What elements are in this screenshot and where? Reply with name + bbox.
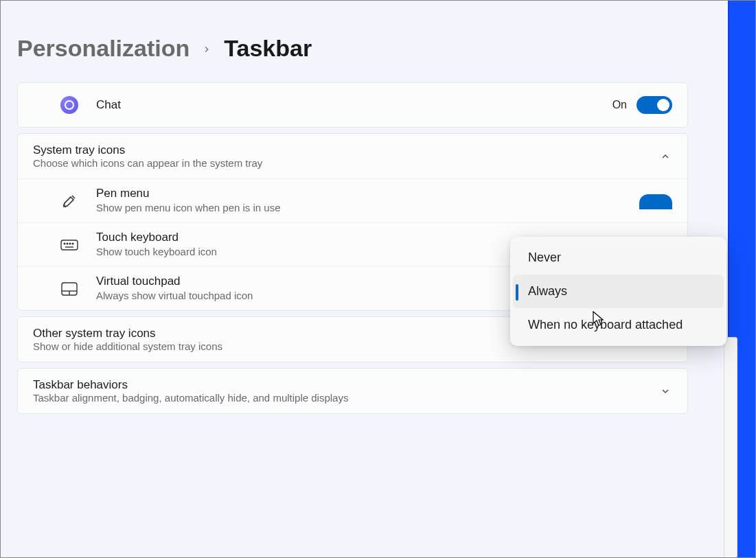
item-title: Pen menu — [96, 187, 672, 200]
taskbar-item-title: Chat — [96, 98, 612, 112]
taskbar-item-chat-card: Chat On — [17, 82, 688, 128]
chevron-right-icon — [202, 40, 211, 58]
window-edge-decoration — [728, 1, 755, 557]
chat-icon — [52, 96, 87, 114]
taskbar-item-chat[interactable]: Chat On — [18, 83, 687, 127]
keyboard-icon — [52, 238, 87, 252]
toggle-label: On — [612, 99, 627, 111]
section-description: Taskbar alignment, badging, automaticall… — [33, 392, 672, 404]
dropdown-option-when-no-keyboard[interactable]: When no keyboard attached — [513, 308, 724, 342]
section-description: Choose which icons can appear in the sys… — [33, 157, 672, 169]
page-title: Taskbar — [224, 35, 312, 62]
svg-point-2 — [67, 243, 68, 244]
taskbar-item-texts: Chat — [96, 98, 612, 112]
touch-keyboard-dropdown[interactable]: Never Always When no keyboard attached — [510, 237, 726, 346]
section-title: System tray icons — [33, 143, 672, 157]
taskbar-behaviors-section[interactable]: Taskbar behaviors Taskbar alignment, bad… — [17, 368, 688, 414]
breadcrumb: Personalization Taskbar — [1, 1, 729, 82]
svg-point-1 — [64, 243, 65, 244]
chevron-up-icon — [658, 150, 672, 163]
item-description: Show pen menu icon when pen is in use — [96, 200, 672, 215]
dropdown-option-never[interactable]: Never — [513, 241, 724, 275]
svg-point-3 — [69, 243, 71, 244]
dropdown-option-always[interactable]: Always — [513, 275, 724, 308]
chevron-down-icon — [658, 384, 672, 398]
section-title: Taskbar behaviors — [33, 378, 672, 392]
pen-toggle-partial — [639, 194, 672, 209]
system-tray-header[interactable]: System tray icons Choose which icons can… — [18, 134, 687, 178]
breadcrumb-parent[interactable]: Personalization — [17, 35, 190, 62]
system-tray-item-pen[interactable]: Pen menu Show pen menu icon when pen is … — [18, 178, 687, 222]
svg-point-4 — [72, 243, 73, 244]
touchpad-icon — [52, 281, 87, 297]
svg-rect-0 — [61, 240, 78, 250]
chat-toggle[interactable] — [637, 96, 672, 114]
pen-icon — [52, 193, 87, 209]
